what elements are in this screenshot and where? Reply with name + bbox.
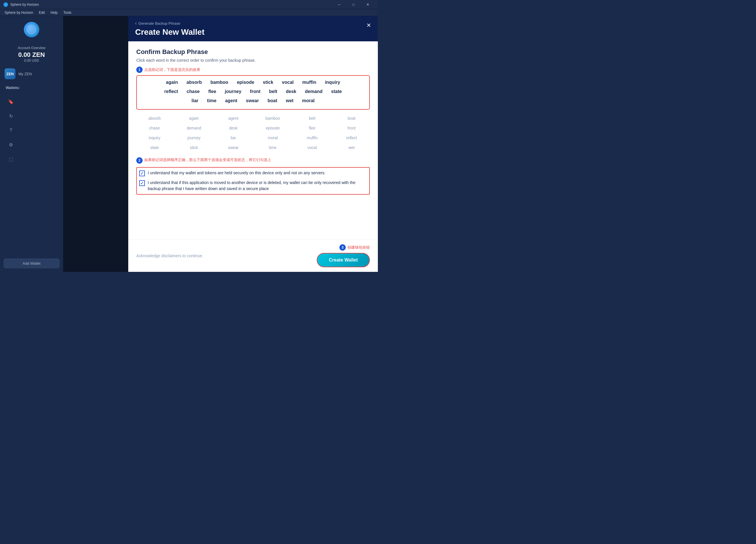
my-zen-label: My ZEN: [18, 72, 32, 76]
available-words-grid: absorb again agent bamboo belt boat chas…: [136, 114, 370, 151]
annotation-badge-2: 2: [136, 157, 143, 164]
annotation-text-2: 如果助记词选择顺序正确，那么下面两个选项会变成可选状态，将它们勾选上: [144, 157, 271, 162]
word-inquiry[interactable]: inquiry: [325, 80, 340, 85]
wallets-label: Wallets:: [0, 82, 63, 92]
annotation-badge-3: 3: [339, 244, 346, 250]
word-state[interactable]: state: [331, 89, 342, 94]
sidebar-item-logout[interactable]: ⬚: [2, 152, 61, 166]
word-agent[interactable]: agent: [225, 98, 237, 103]
annotation-1: 1 点选助记词，下面是选完后的效果: [136, 67, 370, 73]
avail-time[interactable]: time: [254, 143, 291, 151]
word-liar[interactable]: liar: [192, 98, 199, 103]
modal-overlay: ‹ Generate Backup Phrase Create New Wall…: [63, 16, 378, 272]
word-again[interactable]: again: [166, 80, 178, 85]
word-row-2: reflect chase flee journey front belt de…: [143, 89, 364, 94]
word-episode[interactable]: episode: [237, 80, 254, 85]
window-controls: ─ □ ✕: [333, 0, 374, 9]
word-absorb[interactable]: absorb: [186, 80, 202, 85]
maximize-button[interactable]: □: [347, 0, 360, 9]
sidebar: Account Overview 0.00 ZEN 0.00 USD ZEN M…: [0, 16, 63, 272]
menu-tools[interactable]: Tools: [61, 10, 74, 15]
avail-state[interactable]: state: [136, 143, 173, 151]
sidebar-item-transactions[interactable]: 🔖: [2, 95, 61, 108]
avail-stick[interactable]: stick: [176, 143, 212, 151]
sidebar-item-help[interactable]: ?: [2, 123, 61, 137]
avail-liar[interactable]: liar: [215, 134, 252, 142]
checkbox-section: ✓ I understand that my wallet and tokens…: [136, 167, 370, 195]
avail-journey[interactable]: journey: [176, 134, 212, 142]
create-wallet-button[interactable]: Create Wallet: [317, 253, 370, 267]
app-body: Account Overview 0.00 ZEN 0.00 USD ZEN M…: [0, 16, 378, 272]
word-chase[interactable]: chase: [187, 89, 200, 94]
avail-inquiry[interactable]: inquiry: [136, 134, 173, 142]
word-reflect[interactable]: reflect: [164, 89, 178, 94]
word-boat[interactable]: boat: [267, 98, 277, 103]
word-moral[interactable]: moral: [302, 98, 315, 103]
modal-title: Create New Wallet: [135, 28, 371, 37]
annotation-text-1: 点选助记词，下面是选完后的效果: [144, 67, 200, 72]
word-swear[interactable]: swear: [246, 98, 259, 103]
avail-demand[interactable]: demand: [176, 124, 212, 132]
annotation-badge-1: 1: [136, 67, 143, 73]
avail-wet[interactable]: wet: [333, 143, 370, 151]
word-front[interactable]: front: [250, 89, 260, 94]
avail-reflect[interactable]: reflect: [333, 134, 370, 142]
word-flee[interactable]: flee: [208, 89, 216, 94]
menu-sphere[interactable]: Sphere by Horizen: [2, 10, 35, 15]
back-arrow-icon[interactable]: ‹: [135, 21, 137, 26]
word-bamboo[interactable]: bamboo: [210, 80, 228, 85]
sync-icon: ↻: [7, 112, 15, 120]
word-stick[interactable]: stick: [263, 80, 273, 85]
word-muffin[interactable]: muffin: [302, 80, 316, 85]
avail-bamboo[interactable]: bamboo: [254, 114, 291, 122]
close-button[interactable]: ✕: [361, 0, 374, 9]
avail-boat[interactable]: boat: [333, 114, 370, 122]
checkbox-1[interactable]: ✓: [139, 170, 145, 176]
modal-footer: Acknowledge disclaimers to continue. 3 创…: [128, 239, 378, 272]
modal-close-button[interactable]: ✕: [364, 21, 373, 30]
account-overview: Account Overview 0.00 ZEN 0.00 USD: [0, 43, 63, 65]
avail-swear[interactable]: swear: [215, 143, 252, 151]
modal-panel: ‹ Generate Backup Phrase Create New Wall…: [128, 16, 378, 272]
avail-muffin[interactable]: muffin: [294, 134, 330, 142]
word-vocal[interactable]: vocal: [282, 80, 294, 85]
sidebar-item-settings[interactable]: ⚙: [2, 138, 61, 151]
checkbox-2[interactable]: ✓: [139, 180, 145, 186]
modal-header: ‹ Generate Backup Phrase Create New Wall…: [128, 16, 378, 41]
balance-usd: 0.00 USD: [0, 59, 63, 63]
avail-agent[interactable]: agent: [215, 114, 252, 122]
avail-belt[interactable]: belt: [294, 114, 330, 122]
avail-episode[interactable]: episode: [254, 124, 291, 132]
word-time[interactable]: time: [207, 98, 217, 103]
content-area: ‹ Generate Backup Phrase Create New Wall…: [63, 16, 378, 272]
help-icon: ?: [7, 126, 15, 134]
app-icon: [3, 2, 8, 7]
word-wet[interactable]: wet: [286, 98, 294, 103]
sidebar-nav: 🔖 ↻ ? ⚙ ⬚: [0, 92, 63, 255]
back-label[interactable]: Generate Backup Phrase: [138, 21, 180, 26]
avail-again[interactable]: again: [176, 114, 212, 122]
avail-flee[interactable]: flee: [294, 124, 330, 132]
word-belt[interactable]: belt: [269, 89, 277, 94]
balance-zen: 0.00 ZEN: [0, 51, 63, 59]
menu-help[interactable]: Help: [48, 10, 60, 15]
confirm-subtitle: Click each word in the correct order to …: [136, 58, 370, 63]
avail-vocal[interactable]: vocal: [294, 143, 330, 151]
word-journey[interactable]: journey: [225, 89, 242, 94]
word-desk[interactable]: desk: [286, 89, 296, 94]
sidebar-item-sync[interactable]: ↻: [2, 109, 61, 123]
avail-moral[interactable]: moral: [254, 134, 291, 142]
menu-bar: Sphere by Horizen Edit Help Tools: [0, 9, 378, 16]
add-wallet-button[interactable]: Add Wallet: [3, 258, 60, 268]
avail-desk[interactable]: desk: [215, 124, 252, 132]
word-demand[interactable]: demand: [305, 89, 322, 94]
avail-front[interactable]: front: [333, 124, 370, 132]
menu-edit[interactable]: Edit: [36, 10, 47, 15]
avail-absorb[interactable]: absorb: [136, 114, 173, 122]
logo-inner: [26, 24, 37, 35]
checkbox-2-label: I understand that if this application is…: [148, 180, 367, 192]
annotation-2: 2 如果助记词选择顺序正确，那么下面两个选项会变成可选状态，将它们勾选上: [136, 157, 370, 164]
annotation-text-3: 创建钱包按钮: [347, 245, 370, 250]
minimize-button[interactable]: ─: [333, 0, 346, 9]
avail-chase[interactable]: chase: [136, 124, 173, 132]
